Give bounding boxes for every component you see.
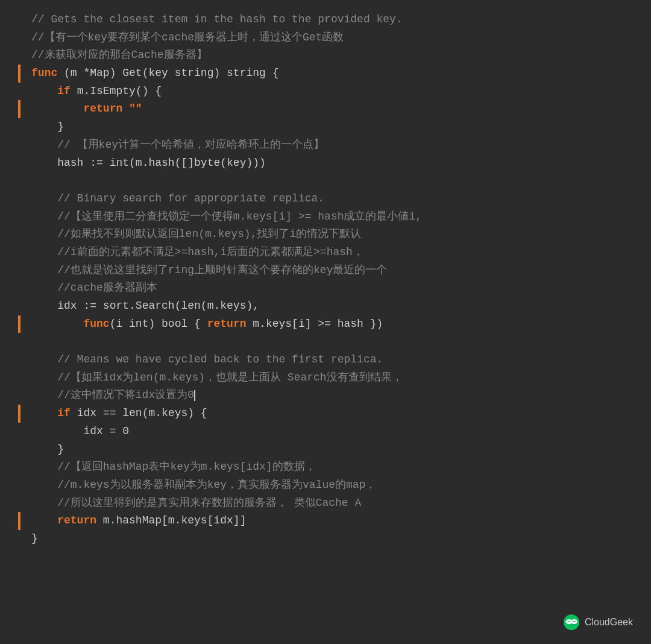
watermark: CloudGeek	[563, 614, 633, 631]
code-text: //m.keys为以服务器和副本为key，真实服务器为value的map，	[31, 476, 633, 494]
code-line: //【有一个key要存到某个cache服务器上时，通过这个Get函数	[18, 29, 633, 47]
code-text: //i前面的元素都不满足>=hash,i后面的元素都满足>=hash，	[31, 244, 633, 262]
code-line: //【这里使用二分查找锁定一个使得m.keys[i] >= hash成立的最小値…	[18, 208, 633, 226]
code-text: if idx == len(m.keys) {	[31, 405, 633, 423]
code-line: return m.hashMap[m.keys[idx]]	[18, 512, 633, 530]
code-line: idx := sort.Search(len(m.keys),	[18, 297, 633, 315]
code-line: idx = 0	[18, 423, 633, 441]
code-line: //所以这里得到的是真实用来存数据的服务器， 类似Cache A	[18, 494, 633, 513]
gutter-bar	[18, 100, 20, 118]
code-text: //所以这里得到的是真实用来存数据的服务器， 类似Cache A	[31, 494, 633, 513]
wechat-icon	[563, 614, 580, 631]
code-text: // Gets the closest item in the hash to …	[31, 11, 633, 29]
svg-point-3	[567, 621, 568, 622]
code-text: }	[31, 530, 633, 548]
svg-point-2	[571, 619, 577, 624]
code-text: if m.IsEmpty() {	[31, 83, 633, 101]
gutter-bar	[18, 405, 20, 423]
code-line: func (m *Map) Get(key string) string {	[18, 65, 633, 83]
code-text: //【如果idx为len(m.keys)，也就是上面从 Search没有查到结果…	[31, 369, 633, 387]
code-line: //来获取对应的那台Cache服务器】	[18, 46, 633, 65]
code-text: //也就是说这里找到了ring上顺时针离这个要存储的key最近的一个	[31, 262, 633, 280]
code-line: }	[18, 441, 633, 459]
code-line	[18, 172, 633, 190]
code-line: //也就是说这里找到了ring上顺时针离这个要存储的key最近的一个	[18, 262, 633, 280]
code-line: func(i int) bool { return m.keys[i] >= h…	[18, 315, 633, 333]
code-text: // Means we have cycled back to the firs…	[31, 351, 633, 369]
code-text: idx := sort.Search(len(m.keys),	[31, 297, 633, 315]
gutter-bar	[18, 315, 20, 333]
code-line: // Gets the closest item in the hash to …	[18, 11, 633, 29]
code-text: // Binary search for appropriate replica…	[31, 190, 633, 208]
code-text: return ""	[31, 100, 633, 118]
code-line: return ""	[18, 100, 633, 118]
code-text: func(i int) bool { return m.keys[i] >= h…	[31, 315, 633, 333]
code-line: // 【用key计算一个哈希値，对应哈希环上的一个点】	[18, 136, 633, 154]
text-cursor	[194, 390, 195, 401]
code-line: if idx == len(m.keys) {	[18, 405, 633, 423]
code-line: if m.IsEmpty() {	[18, 83, 633, 101]
code-line: //如果找不到则默认返回len(m.keys),找到了i的情况下默认	[18, 226, 633, 244]
code-line: hash := int(m.hash([]byte(key)))	[18, 154, 633, 172]
code-text: return m.hashMap[m.keys[idx]]	[31, 512, 633, 530]
code-line: //i前面的元素都不满足>=hash,i后面的元素都满足>=hash，	[18, 244, 633, 262]
code-text: hash := int(m.hash([]byte(key)))	[31, 154, 633, 172]
svg-point-4	[569, 621, 570, 622]
code-line: //【返回hashMap表中key为m.keys[idx]的数据，	[18, 458, 633, 476]
code-text: //【这里使用二分查找锁定一个使得m.keys[i] >= hash成立的最小値…	[31, 208, 633, 226]
code-line: // Binary search for appropriate replica…	[18, 190, 633, 208]
code-container: // Gets the closest item in the hash to …	[0, 0, 651, 644]
code-line: //m.keys为以服务器和副本为key，真实服务器为value的map，	[18, 476, 633, 494]
code-text: //来获取对应的那台Cache服务器】	[31, 46, 633, 65]
svg-point-5	[573, 621, 574, 622]
gutter-bar	[18, 65, 20, 83]
code-text: // 【用key计算一个哈希値，对应哈希环上的一个点】	[31, 136, 633, 154]
gutter-bar	[18, 512, 20, 530]
code-text: //cache服务器副本	[31, 279, 633, 297]
code-text: }	[31, 441, 633, 459]
code-text: //如果找不到则默认返回len(m.keys),找到了i的情况下默认	[31, 226, 633, 244]
code-text: //这中情况下将idx设置为0	[31, 387, 633, 405]
code-text: func (m *Map) Get(key string) string {	[31, 65, 633, 83]
code-line: // Means we have cycled back to the firs…	[18, 351, 633, 369]
code-text: //【返回hashMap表中key为m.keys[idx]的数据，	[31, 458, 633, 476]
code-line: //【如果idx为len(m.keys)，也就是上面从 Search没有查到结果…	[18, 369, 633, 387]
code-line: }	[18, 118, 633, 136]
code-line	[18, 333, 633, 351]
code-line: }	[18, 530, 633, 548]
watermark-text: CloudGeek	[585, 617, 633, 628]
code-line: //cache服务器副本	[18, 279, 633, 297]
code-text: //【有一个key要存到某个cache服务器上时，通过这个Get函数	[31, 29, 633, 47]
code-text: }	[31, 118, 633, 136]
code-block: // Gets the closest item in the hash to …	[0, 11, 651, 548]
code-line: //这中情况下将idx设置为0	[18, 387, 633, 405]
svg-point-6	[574, 621, 576, 622]
code-text: idx = 0	[31, 423, 633, 441]
